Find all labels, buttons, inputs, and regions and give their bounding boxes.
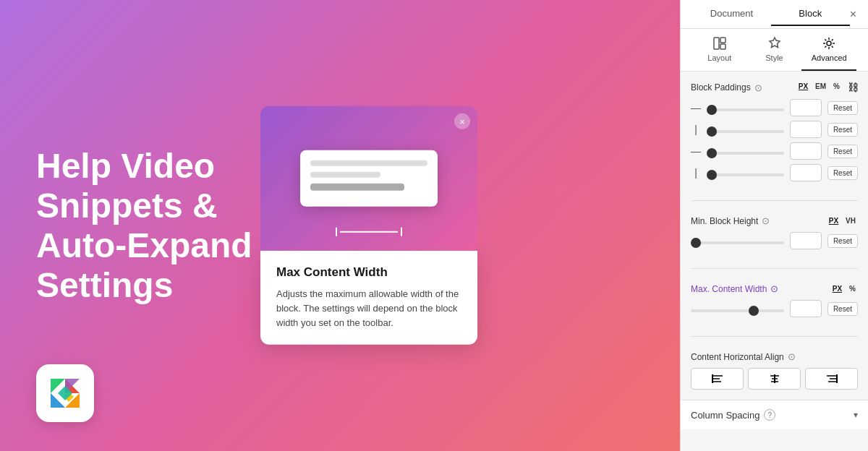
max-width-row: Reset: [691, 300, 858, 317]
unit-pct-paddings[interactable]: %: [831, 82, 842, 93]
app-icon: [36, 364, 94, 422]
tab-layout[interactable]: Layout: [692, 36, 747, 71]
padding-right-slider-wrap: [707, 123, 784, 136]
padding-left-row: | Reset: [691, 164, 858, 181]
unit-toggle-paddings: PX EM % ⛓: [796, 82, 858, 93]
align-left-button[interactable]: [691, 368, 744, 390]
headline: Help Video Snippets & Auto-Expand Settin…: [36, 146, 282, 306]
max-content-width-label: Max. Content Width ⊙ PX %: [691, 283, 858, 294]
card-top: ×: [260, 106, 477, 251]
panel-content: Block Paddings ⊙ PX EM % ⛓ — Reset |: [681, 72, 868, 400]
icon-tabs: Layout Style Advanced: [681, 29, 868, 72]
content-align-label: Content Horizontal Align ⊙: [691, 351, 858, 362]
unit-toggle-min-height: PX VH: [827, 216, 858, 226]
unit-toggle-max-width: PX %: [830, 284, 858, 293]
unit-vh-min-height[interactable]: VH: [843, 216, 858, 226]
padding-bottom-slider-wrap: [707, 145, 784, 158]
card-close-button[interactable]: ×: [454, 113, 470, 129]
divider-3: [691, 336, 858, 337]
unit-px-min-height[interactable]: PX: [827, 216, 841, 226]
padding-bottom-icon: —: [691, 145, 701, 157]
align-center-icon: [768, 372, 781, 385]
link-paddings-icon: ⛓: [848, 82, 858, 93]
unit-px-max-width[interactable]: PX: [830, 284, 844, 293]
padding-bottom-row: — Reset: [691, 142, 858, 160]
padding-top-input[interactable]: [790, 99, 822, 116]
padding-bottom-slider[interactable]: [707, 152, 784, 155]
max-width-reset[interactable]: Reset: [827, 302, 858, 316]
unit-px-paddings[interactable]: PX: [796, 82, 810, 93]
min-height-slider[interactable]: [691, 241, 784, 244]
min-block-height-section: Min. Block Height ⊙ PX VH Reset: [691, 215, 858, 254]
max-width-input[interactable]: [790, 300, 822, 317]
card-title: Max Content Width: [276, 265, 461, 280]
padding-left-slider[interactable]: [707, 173, 784, 176]
align-right-icon: [825, 372, 838, 385]
content-align-section: Content Horizontal Align ⊙: [691, 351, 858, 390]
unit-pct-max-width[interactable]: %: [847, 284, 858, 293]
unit-em-paddings[interactable]: EM: [813, 82, 828, 93]
padding-top-row: — Reset: [691, 99, 858, 116]
chevron-down-icon: ▾: [854, 410, 858, 420]
align-info-icon: ⊙: [788, 351, 796, 362]
padding-top-icon: —: [691, 102, 701, 113]
panel-tabs: Document Block ×: [681, 0, 868, 29]
tab-style[interactable]: Style: [747, 36, 802, 71]
indicator-line: [340, 231, 398, 233]
layout-icon: [712, 36, 727, 51]
block-paddings-section: Block Paddings ⊙ PX EM % ⛓ — Reset |: [691, 82, 858, 186]
card-bottom: Max Content Width Adjusts the maximum al…: [260, 251, 477, 345]
min-height-input[interactable]: [790, 232, 822, 249]
padding-right-input[interactable]: [790, 121, 822, 138]
min-block-height-label: Min. Block Height ⊙ PX VH: [691, 215, 858, 226]
tab-block[interactable]: Block: [771, 2, 850, 26]
padding-left-slider-wrap: [707, 166, 784, 179]
column-spacing-section[interactable]: Column Spacing ? ▾: [681, 400, 868, 429]
tab-style-label: Style: [765, 53, 783, 62]
min-height-slider-wrap: [691, 234, 784, 247]
max-content-width-section: Max. Content Width ⊙ PX % Reset: [691, 283, 858, 322]
max-width-slider[interactable]: [691, 309, 784, 312]
min-height-info-icon: ⊙: [762, 215, 770, 226]
padding-right-slider[interactable]: [707, 130, 784, 133]
svg-rect-7: [714, 38, 719, 49]
max-width-info-icon: ⊙: [770, 283, 778, 294]
indicator-cap-right: [401, 228, 402, 236]
padding-bottom-reset[interactable]: Reset: [827, 145, 858, 158]
align-center-button[interactable]: [748, 368, 801, 390]
padding-bottom-input[interactable]: [790, 142, 822, 160]
card-preview: [300, 150, 438, 207]
min-height-reset[interactable]: Reset: [827, 234, 858, 248]
divider-2: [691, 268, 858, 269]
column-spacing-label: Column Spacing ?: [691, 409, 775, 421]
padding-right-row: | Reset: [691, 121, 858, 138]
advanced-icon: [822, 36, 836, 51]
padding-left-icon: |: [691, 167, 701, 179]
max-width-slider-wrap: [691, 302, 784, 315]
align-options: [691, 368, 858, 390]
padding-top-reset[interactable]: Reset: [827, 101, 858, 115]
divider-1: [691, 200, 858, 201]
width-indicator: [336, 228, 402, 236]
tab-advanced-label: Advanced: [812, 53, 847, 62]
block-paddings-info-icon: ⊙: [754, 82, 762, 93]
align-right-button[interactable]: [805, 368, 858, 390]
tab-document[interactable]: Document: [692, 2, 771, 26]
padding-top-slider-wrap: [707, 101, 784, 114]
tooltip-card: × Max Content Width Adjusts the maximum …: [260, 106, 477, 345]
min-height-row: Reset: [691, 232, 858, 249]
right-panel: Document Block × Layout Style Advanced: [680, 0, 868, 451]
left-area: Help Video Snippets & Auto-Expand Settin…: [0, 0, 680, 451]
svg-rect-8: [720, 38, 726, 43]
padding-left-input[interactable]: [790, 164, 822, 181]
tab-layout-label: Layout: [707, 53, 731, 62]
padding-top-slider[interactable]: [707, 108, 784, 111]
svg-rect-9: [720, 44, 726, 49]
tab-advanced[interactable]: Advanced: [801, 36, 856, 71]
padding-right-reset[interactable]: Reset: [827, 123, 858, 137]
panel-close-button[interactable]: ×: [850, 8, 856, 21]
indicator-cap-left: [336, 228, 337, 236]
card-description: Adjusts the maximum allowable width of t…: [276, 287, 461, 330]
style-icon: [767, 36, 782, 51]
padding-left-reset[interactable]: Reset: [827, 166, 858, 180]
